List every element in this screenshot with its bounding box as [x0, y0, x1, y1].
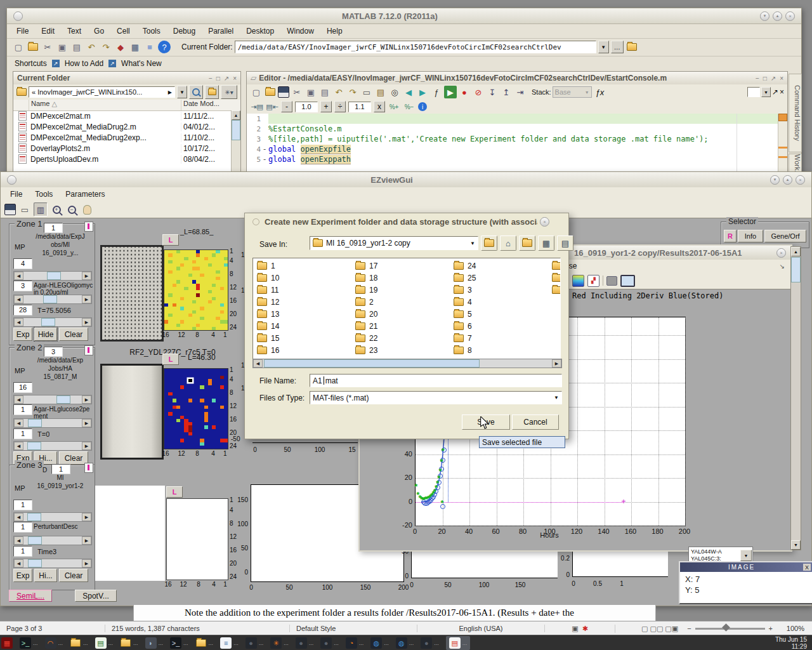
- undock-icon[interactable]: ↗: [224, 75, 229, 82]
- up-one-level-icon[interactable]: [481, 235, 497, 251]
- file-row[interactable]: DMPexcel2mat_MediaDrug2.m04/01/2...: [13, 121, 232, 132]
- writer-document-strip[interactable]: Note the addition to the experiment fold…: [133, 605, 656, 621]
- mp-index-field[interactable]: 1: [13, 500, 32, 510]
- maximize-panel-icon[interactable]: □: [763, 75, 767, 82]
- folder-item[interactable]: 24: [454, 261, 476, 271]
- word-count[interactable]: 215 words, 1,387 characters: [105, 625, 290, 632]
- selection-mode-icon[interactable]: ▣ ✱: [545, 625, 615, 633]
- find-icon[interactable]: ◎: [388, 86, 401, 98]
- menu-matlab-parallel[interactable]: Parallel: [202, 25, 239, 37]
- globe-taskbar-item[interactable]: ◍...: [396, 637, 414, 649]
- zone2-l-button[interactable]: L: [162, 354, 179, 365]
- document-taskbar-item[interactable]: ≡...: [220, 637, 239, 649]
- folder-item[interactable]: 25: [454, 273, 476, 283]
- monitor-icon[interactable]: [620, 275, 635, 287]
- zoom-percent[interactable]: 100%: [773, 625, 812, 632]
- layout-icon[interactable]: ▞: [587, 275, 599, 287]
- folder-item[interactable]: 12: [257, 297, 279, 307]
- folder-item[interactable]: 7: [454, 333, 472, 343]
- close-icon[interactable]: X: [803, 564, 811, 571]
- scroll-right-icon[interactable]: ▶: [82, 559, 91, 567]
- media-index-field[interactable]: 3: [13, 281, 32, 291]
- close-panel-icon[interactable]: ×: [233, 75, 237, 82]
- new-cell-icon[interactable]: ▤: [374, 86, 387, 98]
- forward-icon[interactable]: ▶: [416, 86, 429, 98]
- maximize-icon[interactable]: ▴: [783, 175, 792, 185]
- menu-matlab-debug[interactable]: Debug: [167, 25, 201, 37]
- folder-item[interactable]: 23: [355, 345, 377, 355]
- folder-item[interactable]: 4: [454, 297, 472, 307]
- folder-item[interactable]: 3: [454, 285, 472, 295]
- ezviewgui-titlebar[interactable]: EZviewGui ▾ ▴ ×: [1, 172, 811, 188]
- scroll-left-icon[interactable]: ◀: [14, 272, 23, 280]
- simulink-icon[interactable]: ◆: [114, 41, 127, 53]
- minimize-icon[interactable]: ▾: [760, 11, 769, 21]
- zoom-slider[interactable]: [695, 628, 765, 630]
- profiler-icon[interactable]: ≡: [143, 41, 156, 53]
- value-field-1[interactable]: 1.0: [295, 102, 318, 112]
- folder-item[interactable]: 18: [355, 273, 377, 283]
- set-breakpoint-icon[interactable]: ●: [458, 86, 471, 98]
- zone-exp-button[interactable]: Exp: [13, 328, 32, 341]
- file-row[interactable]: DpertsUploadDev.m08/04/2...: [13, 154, 232, 164]
- guide-icon[interactable]: ▦: [129, 41, 141, 53]
- pan-icon[interactable]: [81, 203, 93, 216]
- new-file-icon[interactable]: ▢: [250, 86, 263, 98]
- menu-ezviewgui-parameters[interactable]: Parameters: [60, 189, 110, 200]
- editor-header[interactable]: ▱ Editor - /media/data/EASY/InovImager_j…: [247, 72, 787, 85]
- folder-item[interactable]: 22: [355, 333, 377, 343]
- breadcrumb-dropdown-icon[interactable]: ▼: [177, 86, 187, 98]
- zone-exp-button[interactable]: Exp: [13, 569, 32, 582]
- folder-item[interactable]: 13: [257, 309, 279, 319]
- scroll-left-icon[interactable]: ◀: [14, 295, 23, 303]
- copy-icon[interactable]: ▣: [304, 86, 317, 98]
- file-row[interactable]: DMPexcel2mat.m11/11/2...: [13, 110, 232, 121]
- zone2-heatmap[interactable]: [164, 368, 228, 449]
- menu-matlab-go[interactable]: Go: [88, 25, 110, 37]
- app-taskbar-item[interactable]: ●...: [246, 637, 264, 649]
- folder-item[interactable]: 8: [454, 345, 472, 355]
- gray-panel-icon[interactable]: [606, 276, 617, 286]
- help-icon[interactable]: ?: [158, 41, 171, 53]
- close-icon[interactable]: ×: [776, 248, 786, 258]
- scroll-right-icon[interactable]: ▶: [82, 295, 91, 303]
- comment-percent-icon[interactable]: %+: [388, 100, 400, 113]
- terminal-taskbar-item[interactable]: >_...: [20, 637, 38, 649]
- zone-index-field[interactable]: 3: [44, 347, 63, 357]
- uncomment-percent-icon[interactable]: %−: [403, 100, 416, 113]
- scrollbar-thumb[interactable]: [43, 295, 57, 303]
- matlab-node-taskbar-item[interactable]: ✳...: [270, 637, 289, 649]
- media-player-taskbar-item[interactable]: ◗...: [145, 637, 164, 649]
- globe-taskbar-item[interactable]: ◍...: [370, 637, 389, 649]
- redo-icon[interactable]: ↷: [100, 41, 112, 53]
- shortcut-how-to-add[interactable]: How to Add: [65, 59, 103, 68]
- scrollbar-vertical[interactable]: ▲: [231, 110, 240, 172]
- time-index-field[interactable]: 1: [13, 546, 32, 557]
- list-view-icon[interactable]: ▤: [557, 235, 573, 251]
- language-selector[interactable]: English (USA): [417, 625, 545, 632]
- up-one-level-icon[interactable]: [205, 85, 219, 99]
- folder-taskbar-item[interactable]: ...: [70, 637, 88, 649]
- file-row[interactable]: DoverlayPlots2.m10/17/2...: [13, 143, 232, 154]
- resize-icon[interactable]: ↘: [780, 263, 785, 270]
- scroll-up-icon[interactable]: ▲: [232, 110, 240, 120]
- zone-pin-button[interactable]: [84, 222, 93, 232]
- scrollbar-thumb[interactable]: [27, 513, 41, 521]
- folder-item[interactable]: [552, 261, 561, 271]
- scroll-right-icon[interactable]: ▶: [552, 359, 561, 368]
- redo-icon[interactable]: ↷: [346, 86, 359, 98]
- slider-time[interactable]: ◀▶: [13, 559, 92, 568]
- scroll-right-icon[interactable]: ▶: [82, 318, 91, 326]
- increase-icon[interactable]: +: [320, 101, 332, 112]
- clock[interactable]: Thu Jun 1511:29: [775, 636, 812, 650]
- menu-matlab-cell[interactable]: Cell: [111, 25, 136, 37]
- new-folder-icon[interactable]: [519, 235, 535, 251]
- firefox-taskbar-item[interactable]: ◔...: [346, 637, 364, 649]
- run-icon[interactable]: ▶: [444, 86, 457, 98]
- shortcut-icon[interactable]: ↗: [52, 60, 60, 67]
- scroll-left-icon[interactable]: ◀: [14, 395, 23, 404]
- multiply-icon[interactable]: x: [374, 101, 385, 112]
- dialog-titlebar[interactable]: Create new Experiment folder and data st…: [245, 213, 568, 230]
- undo-icon[interactable]: ↶: [85, 41, 98, 53]
- selector-r-button[interactable]: R: [724, 230, 737, 242]
